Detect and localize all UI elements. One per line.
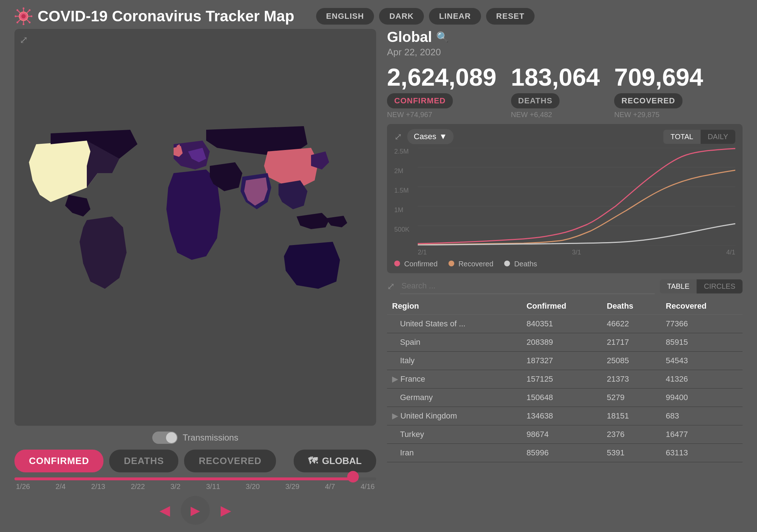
recovered-cell: 85915 xyxy=(661,333,743,352)
table-row: Germany150648527999400 xyxy=(387,389,743,407)
prev-button[interactable]: ◀ xyxy=(160,502,170,518)
deaths-cell: 18151 xyxy=(602,407,661,425)
svg-point-5 xyxy=(23,23,25,25)
confirmed-cell: 187327 xyxy=(522,352,602,370)
table-view-button[interactable]: TABLE xyxy=(660,279,697,293)
table-view-toggle: TABLE CIRCLES xyxy=(660,279,743,293)
recovered-tab[interactable]: RECOVERED xyxy=(184,450,276,472)
chart-section: ⤢ Cases ▼ TOTAL DAILY 2.5M 2M 1.5M 1M 50… xyxy=(387,124,743,273)
left-panel: ⤢ xyxy=(14,29,376,525)
svg-line-10 xyxy=(18,10,20,13)
play-button[interactable]: ▶ xyxy=(181,496,210,525)
table-scroll[interactable]: Region Confirmed Deaths Recovered United… xyxy=(387,298,743,525)
region-cell: ▶France xyxy=(387,370,522,389)
table-header-row-el: Region Confirmed Deaths Recovered xyxy=(387,298,743,315)
table-row: ▶United Kingdom13463818151683 xyxy=(387,407,743,425)
deaths-cell: 5391 xyxy=(602,444,661,462)
deaths-badge: DEATHS xyxy=(511,93,560,108)
region-cell: ▶United Kingdom xyxy=(387,407,522,425)
confirmed-tab[interactable]: CONFIRMED xyxy=(14,450,103,472)
region-header: Region xyxy=(387,298,522,315)
app-title: COVID-19 Coronavirus Tracker Map xyxy=(14,7,294,25)
reset-button[interactable]: RESET xyxy=(486,8,535,25)
svg-line-16 xyxy=(18,20,20,22)
recovered-cell: 41326 xyxy=(661,370,743,389)
table-expand-icon[interactable]: ⤢ xyxy=(387,281,395,292)
timeline-slider[interactable] xyxy=(14,477,376,480)
deaths-tab[interactable]: DEATHS xyxy=(109,450,178,472)
chart-plot xyxy=(418,148,735,245)
confirmed-legend-label: Confirmed xyxy=(404,260,438,268)
deaths-cell: 5279 xyxy=(602,389,661,407)
deaths-legend-item: Deaths xyxy=(504,260,537,268)
dark-button[interactable]: DARK xyxy=(379,8,424,25)
timeline-labels: 1/26 2/4 2/13 2/22 3/2 3/11 3/20 3/29 4/… xyxy=(14,482,376,491)
region-cell: United States of ... xyxy=(387,315,522,333)
recovered-cell: 683 xyxy=(661,407,743,425)
recovered-cell: 77366 xyxy=(661,315,743,333)
right-panel: Global 🔍 Apr 22, 2020 2,624,089 CONFIRME… xyxy=(387,29,743,525)
bottom-controls: CONFIRMED DEATHS RECOVERED 🗺 GLOBAL 1/26… xyxy=(14,450,376,525)
map-expand-icon[interactable]: ⤢ xyxy=(20,34,28,46)
confirmed-cell: 840351 xyxy=(522,315,602,333)
table-row: Turkey98674237616477 xyxy=(387,425,743,444)
cases-label: Cases xyxy=(414,132,436,141)
map-icon: 🗺 xyxy=(308,455,318,467)
recovered-number: 709,694 xyxy=(614,63,703,91)
global-button[interactable]: 🗺 GLOBAL xyxy=(294,450,376,472)
deaths-number: 183,064 xyxy=(511,63,600,91)
deaths-cell: 2376 xyxy=(602,425,661,444)
svg-point-7 xyxy=(15,16,17,17)
timeline-section: 1/26 2/4 2/13 2/22 3/2 3/11 3/20 3/29 4/… xyxy=(14,477,376,491)
svg-point-9 xyxy=(31,16,33,17)
confirmed-new: NEW +74,967 xyxy=(387,111,432,119)
confirmed-legend-item: Confirmed xyxy=(394,260,438,268)
expand-arrow-icon[interactable]: ▶ xyxy=(392,411,398,420)
virus-icon xyxy=(14,7,33,25)
confirmed-cell: 157125 xyxy=(522,370,602,389)
daily-button[interactable]: DAILY xyxy=(701,130,735,144)
circles-view-button[interactable]: CIRCLES xyxy=(697,279,743,293)
recovered-cell: 54543 xyxy=(661,352,743,370)
next-button[interactable]: ▶ xyxy=(221,502,231,518)
transmissions-toggle[interactable] xyxy=(152,432,178,444)
confirmed-number: 2,624,089 xyxy=(387,63,497,91)
linear-button[interactable]: LINEAR xyxy=(429,8,481,25)
table-row: ▶France1571252137341326 xyxy=(387,370,743,389)
global-title: Global xyxy=(387,29,432,45)
deaths-cell: 21373 xyxy=(602,370,661,389)
world-map[interactable] xyxy=(14,29,376,426)
global-search-icon[interactable]: 🔍 xyxy=(436,31,449,43)
map-container: ⤢ xyxy=(14,29,376,426)
search-input[interactable] xyxy=(400,278,655,294)
recovered-legend-dot xyxy=(448,261,454,266)
playback-controls: ◀ ▶ ▶ xyxy=(14,496,376,525)
total-button[interactable]: TOTAL xyxy=(663,130,701,144)
recovered-new: NEW +29,875 xyxy=(614,111,659,119)
english-button[interactable]: ENGLISH xyxy=(316,8,374,25)
chart-expand-icon[interactable]: ⤢ xyxy=(394,131,402,142)
deaths-legend-label: Deaths xyxy=(514,260,537,268)
main-content: ⤢ xyxy=(0,29,757,532)
confirmed-legend-dot xyxy=(394,261,400,266)
region-cell: Germany xyxy=(387,389,522,407)
confirmed-badge: CONFIRMED xyxy=(387,93,453,108)
recovered-header: Recovered xyxy=(661,298,743,315)
global-header: Global 🔍 Apr 22, 2020 xyxy=(387,29,743,58)
region-cell: Turkey xyxy=(387,425,522,444)
stats-row: 2,624,089 CONFIRMED NEW +74,967 183,064 … xyxy=(387,63,743,119)
cases-dropdown[interactable]: Cases ▼ xyxy=(407,129,454,144)
svg-point-17 xyxy=(17,22,18,23)
data-table: Region Confirmed Deaths Recovered United… xyxy=(387,298,743,462)
total-daily-toggle: TOTAL DAILY xyxy=(663,130,735,144)
table-section: ⤢ TABLE CIRCLES Region Confirmed Deaths … xyxy=(387,278,743,525)
expand-arrow-icon[interactable]: ▶ xyxy=(392,374,398,383)
region-cell: Italy xyxy=(387,352,522,370)
region-cell: Spain xyxy=(387,333,522,352)
recovered-badge: RECOVERED xyxy=(614,93,682,108)
deaths-header: Deaths xyxy=(602,298,661,315)
recovered-legend-item: Recovered xyxy=(448,260,493,268)
confirmed-cell: 85996 xyxy=(522,444,602,462)
recovered-stat: 709,694 RECOVERED NEW +29,875 xyxy=(614,63,703,119)
table-body: United States of ...8403514662277366Spai… xyxy=(387,315,743,462)
